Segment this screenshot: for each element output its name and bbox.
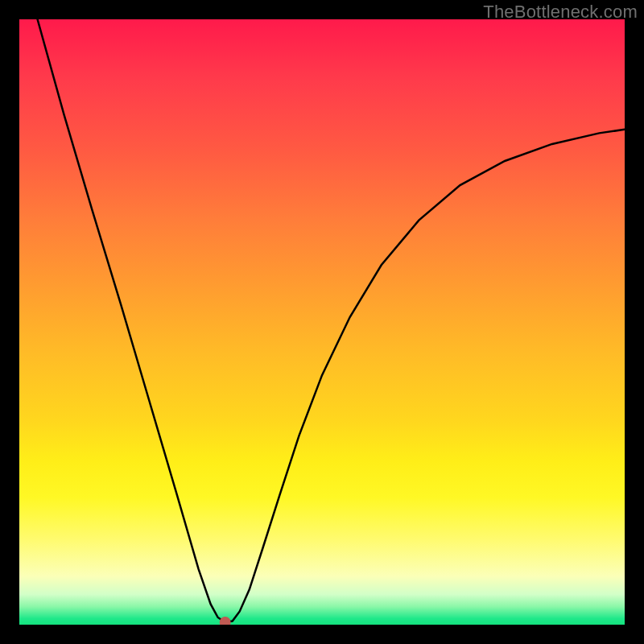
chart-container: TheBottleneck.com [0,0,644,644]
min-marker-dot [220,617,231,625]
bottleneck-curve-svg [19,19,625,625]
bottleneck-curve [38,19,625,622]
plot-area [19,19,625,625]
watermark-text: TheBottleneck.com [483,2,638,23]
